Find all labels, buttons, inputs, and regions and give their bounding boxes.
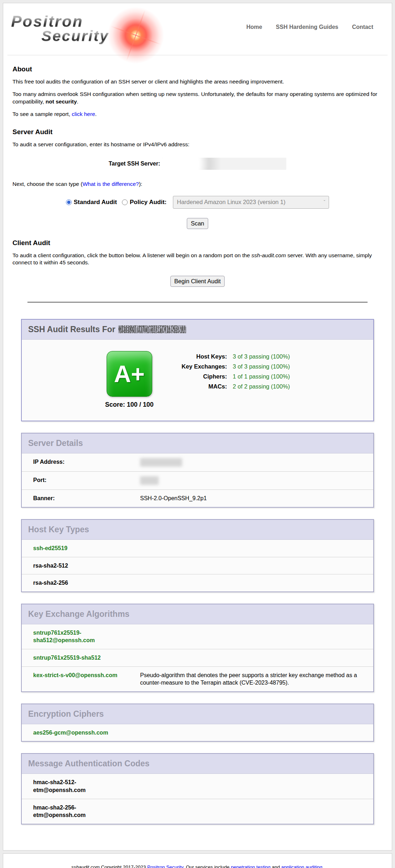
about-paragraph-1: This free tool audits the configuration …: [12, 78, 383, 86]
list-item: sntrup761x25519-sha512@openssh.com: [22, 624, 373, 649]
target-server-input[interactable]: [162, 158, 286, 170]
list-item: rsa-sha2-512: [22, 557, 373, 575]
key-exchange-panel: Key Exchange Algorithms sntrup761x25519-…: [21, 604, 374, 692]
about-paragraph-2: Too many admins overlook SSH configurati…: [12, 91, 383, 106]
grade-column: A+ Score: 100 / 100: [105, 351, 154, 408]
stat-row-key-exchanges: Key Exchanges: 3 of 3 passing (100%): [174, 363, 290, 370]
server-details-header: Server Details: [22, 433, 373, 453]
scan-button[interactable]: Scan: [187, 218, 208, 229]
list-item: hmac-sha2-512-etm@openssh.com: [22, 774, 373, 799]
server-audit-heading: Server Audit: [12, 128, 383, 136]
encryption-ciphers-panel: Encryption Ciphers aes256-gcm@openssh.co…: [21, 704, 374, 742]
application-auditing-link[interactable]: application auditing: [281, 864, 323, 868]
grade-summary: A+ Score: 100 / 100 Host Keys: 3 of 3 pa…: [22, 340, 373, 421]
footer-line-1: sshaudit.com Copyright 2017-2023 Positro…: [7, 864, 388, 868]
nav-home[interactable]: Home: [246, 24, 262, 30]
positron-security-link[interactable]: Positron Security: [147, 864, 183, 868]
main-content-box: Positron Security Home SSH Hardening Gui…: [3, 3, 392, 851]
scan-type-paragraph: Next, choose the scan type (What is the …: [12, 181, 383, 188]
ssh-audit-domain-emphasis: ssh-audit.com: [251, 252, 286, 258]
macs-panel: Message Authentication Codes hmac-sha2-5…: [21, 753, 374, 824]
site-header: Positron Security Home SSH Hardening Gui…: [3, 3, 392, 55]
begin-client-audit-button[interactable]: Begin Client Audit: [170, 276, 225, 287]
results-divider: [27, 302, 368, 303]
server-audit-intro: To audit a server configuration, enter i…: [12, 141, 383, 148]
list-item: ssh-ed25519: [22, 540, 373, 557]
list-item: aes256-gcm@openssh.com: [22, 724, 373, 741]
starburst-icon: [107, 7, 164, 64]
redacted-hostname: [118, 325, 186, 333]
not-security-emphasis: not security: [46, 98, 77, 105]
key-exchange-header: Key Exchange Algorithms: [22, 604, 373, 624]
header-divider: [7, 55, 388, 55]
list-item: sntrup761x25519-sha512: [22, 649, 373, 667]
target-server-label: Target SSH Server:: [109, 161, 160, 167]
about-section: About This free tool audits the configur…: [3, 65, 392, 118]
host-key-types-panel: Host Key Types ssh-ed25519 rsa-sha2-512 …: [21, 519, 374, 592]
policy-select[interactable]: Hardened Amazon Linux 2023 (version 1) ˇ: [173, 196, 329, 209]
stat-row-macs: MACs: 2 of 2 passing (100%): [174, 383, 290, 390]
server-audit-section: Server Audit To audit a server configura…: [3, 128, 392, 229]
positron-security-logo[interactable]: Positron Security: [11, 13, 139, 52]
site-footer: sshaudit.com Copyright 2017-2023 Positro…: [3, 853, 392, 868]
table-row: Port:: [22, 472, 373, 490]
score-label: Score: 100 / 100: [105, 401, 154, 408]
scan-type-options: Standard Audit Policy Audit: Hardened Am…: [12, 196, 383, 209]
list-item: kex-strict-s-v00@openssh.com Pseudo-algo…: [22, 667, 373, 691]
macs-header: Message Authentication Codes: [22, 754, 373, 774]
client-audit-paragraph: To audit a client configuration, click t…: [12, 252, 383, 267]
ip-address-value-redacted: [140, 458, 373, 467]
banner-label: Banner:: [22, 494, 140, 502]
results-panel: SSH Audit Results For A+ Score: 100 / 10…: [21, 319, 374, 421]
footer-domain: sshaudit.com: [71, 864, 100, 868]
grade-badge: A+: [107, 351, 152, 397]
chevron-down-icon: ˇ: [324, 199, 325, 205]
about-heading: About: [12, 65, 383, 73]
table-row: Banner: SSH-2.0-OpenSSH_9.2p1: [22, 490, 373, 507]
port-label: Port:: [22, 476, 140, 485]
scan-type-difference-link[interactable]: What is the difference?: [82, 181, 139, 187]
ip-address-label: IP Address:: [22, 458, 140, 467]
client-audit-section: Client Audit To audit a client configura…: [3, 239, 392, 287]
port-value-redacted: [140, 476, 373, 485]
stat-row-host-keys: Host Keys: 3 of 3 passing (100%): [174, 353, 290, 360]
encryption-ciphers-header: Encryption Ciphers: [22, 704, 373, 724]
policy-audit-radio[interactable]: [122, 199, 128, 205]
results-panel-header: SSH Audit Results For: [22, 320, 373, 340]
banner-value: SSH-2.0-OpenSSH_9.2p1: [140, 494, 373, 502]
nav-contact[interactable]: Contact: [352, 24, 373, 30]
server-details-panel: Server Details IP Address: Port: Banner:…: [21, 433, 374, 508]
policy-audit-label: Policy Audit:: [130, 199, 166, 206]
target-server-row: Target SSH Server:: [12, 158, 383, 170]
page: { "header": { "logo_line1": "Positron", …: [0, 0, 395, 868]
stat-row-ciphers: Ciphers: 1 of 1 passing (100%): [174, 373, 290, 380]
main-nav: Home SSH Hardening Guides Contact: [234, 24, 373, 30]
pass-stats: Host Keys: 3 of 3 passing (100%) Key Exc…: [174, 353, 290, 393]
standard-audit-radio[interactable]: [66, 199, 72, 205]
kex-strict-note: Pseudo-algorithm that denotes the peer s…: [140, 671, 373, 687]
host-key-types-header: Host Key Types: [22, 520, 373, 540]
nav-ssh-hardening-guides[interactable]: SSH Hardening Guides: [276, 24, 338, 30]
standard-audit-label: Standard Audit: [74, 199, 117, 206]
about-paragraph-3: To see a sample report, click here.: [12, 111, 383, 118]
table-row: IP Address:: [22, 453, 373, 472]
list-item: rsa-sha2-256: [22, 574, 373, 592]
sample-report-link[interactable]: click here: [72, 111, 95, 117]
list-item: hmac-sha2-256-etm@openssh.com: [22, 799, 373, 824]
client-audit-heading: Client Audit: [12, 239, 383, 247]
penetration-testing-link[interactable]: penetration testing: [231, 864, 271, 868]
